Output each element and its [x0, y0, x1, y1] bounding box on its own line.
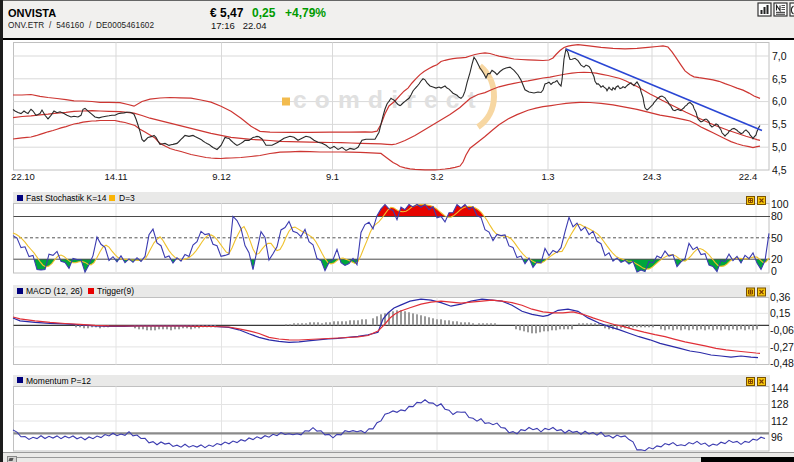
svg-text:24.3: 24.3: [643, 171, 662, 182]
svg-text:144: 144: [771, 382, 789, 394]
svg-text:3.2: 3.2: [430, 171, 443, 182]
svg-text:6,0: 6,0: [772, 95, 787, 107]
svg-text:6,5: 6,5: [772, 73, 787, 85]
svg-text:0,36: 0,36: [770, 291, 791, 303]
svg-text:9.1: 9.1: [326, 171, 339, 182]
svg-text:96: 96: [771, 431, 783, 443]
svg-text:22.4: 22.4: [739, 171, 758, 182]
svg-text:22.10: 22.10: [11, 171, 35, 182]
svg-text:9.12: 9.12: [212, 171, 231, 182]
svg-text:128: 128: [771, 398, 789, 410]
svg-text:5,5: 5,5: [772, 118, 787, 130]
svg-text:-0,27: -0,27: [770, 341, 794, 353]
svg-text:5,0: 5,0: [772, 141, 787, 153]
svg-text:112: 112: [771, 415, 788, 427]
svg-text:comdirect: comdirect: [293, 86, 484, 113]
svg-text:1.3: 1.3: [541, 171, 554, 182]
svg-text:-0,48: -0,48: [770, 357, 794, 369]
svg-text:100: 100: [771, 198, 789, 210]
svg-text:0: 0: [771, 265, 777, 277]
svg-text:20: 20: [771, 253, 783, 265]
svg-text:7,0: 7,0: [772, 50, 787, 62]
svg-text:4,5: 4,5: [772, 164, 787, 176]
svg-text:-0,06: -0,06: [770, 324, 794, 336]
svg-text:80: 80: [771, 210, 783, 222]
svg-text:50: 50: [771, 232, 783, 244]
svg-text:0,15: 0,15: [770, 307, 791, 319]
svg-text:14.11: 14.11: [104, 171, 127, 182]
